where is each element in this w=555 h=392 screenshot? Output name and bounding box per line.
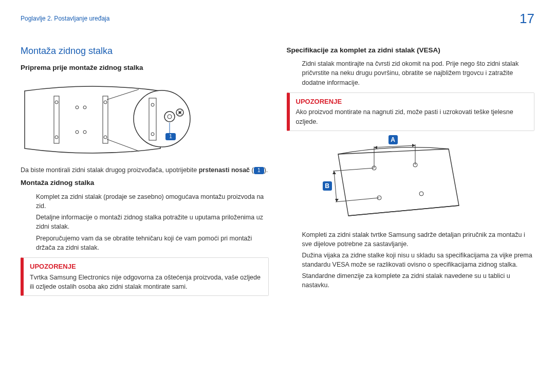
- svg-point-15: [151, 133, 154, 136]
- subsection-montaza: Montaža zidnog stalka: [21, 178, 269, 188]
- right-p3: Dužina vijaka za zidne stalke koji nisu …: [302, 251, 535, 269]
- left-p3: Preporučujemo vam da se obratite tehniča…: [36, 234, 269, 252]
- svg-point-26: [419, 192, 423, 196]
- svg-point-12: [134, 90, 190, 147]
- right-p2: Kompleti za zidni stalak tvrtke Samsung …: [302, 230, 535, 249]
- wall-mount-prep-illustration: [21, 77, 262, 161]
- text-ring-holder: Da biste montirali zidni stalak drugog p…: [21, 165, 269, 175]
- svg-marker-30: [374, 146, 377, 149]
- svg-point-17: [168, 115, 172, 119]
- vesa-illustration: [307, 136, 472, 226]
- warning-body-right: Ako proizvod montirate na nagnuti zid, m…: [296, 107, 528, 126]
- subsection-vesa: Specifikacije za komplet za zidni stalak…: [287, 45, 535, 55]
- svg-point-3: [55, 136, 58, 139]
- section-title: Montaža zidnog stalka: [21, 44, 269, 58]
- svg-point-8: [76, 130, 79, 134]
- svg-point-14: [151, 103, 154, 106]
- svg-point-2: [55, 101, 58, 104]
- svg-line-10: [107, 89, 139, 100]
- warning-box-right: UPOZORENJE Ako proizvod montirate na nag…: [287, 92, 535, 131]
- svg-point-7: [83, 106, 86, 109]
- paren-close: ).: [264, 166, 268, 174]
- warning-title-left: UPOZORENJE: [30, 262, 262, 272]
- left-p2: Detaljne informacije o montaži zidnog st…: [36, 213, 269, 231]
- paren-open: (: [250, 166, 254, 174]
- svg-line-11: [107, 139, 139, 151]
- warning-title-right: UPOZORENJE: [296, 97, 528, 107]
- subsection-priprema: Priprema prije montaže zidnog stalka: [21, 63, 269, 73]
- page-header: Poglavlje 2. Postavljanje uređaja 17: [21, 14, 534, 29]
- svg-point-4: [104, 101, 107, 104]
- inline-callout-1: 1: [254, 167, 264, 174]
- figure-vesa-dimensions: A B: [307, 136, 472, 226]
- vesa-label-b: B: [323, 181, 332, 191]
- vesa-label-a: A: [388, 135, 398, 144]
- manual-page: Poglavlje 2. Postavljanje uređaja 17 Mon…: [0, 0, 555, 392]
- chapter-label: Poglavlje 2. Postavljanje uređaja: [21, 14, 109, 23]
- svg-point-5: [104, 136, 107, 139]
- right-p4: Standardne dimenzije za komplete za zidn…: [302, 271, 535, 290]
- svg-marker-31: [412, 144, 415, 147]
- right-p1: Zidni stalak montirajte na čvrsti zid ok…: [302, 59, 535, 87]
- warning-box-left: UPOZORENJE Tvrtka Samsung Electronics ni…: [21, 257, 269, 296]
- svg-point-6: [76, 106, 79, 109]
- svg-point-9: [83, 130, 86, 134]
- svg-line-34: [334, 171, 337, 202]
- page-number: 17: [520, 9, 534, 29]
- left-column: Montaža zidnog stalka Priprema prije mon…: [21, 44, 269, 301]
- text-bold-ring: prstenasti nosač: [199, 166, 250, 174]
- figure-callout-1: 1: [165, 133, 176, 140]
- text-before: Da biste montirali zidni stalak drugog p…: [21, 166, 199, 174]
- right-column: Specifikacije za komplet za zidni stalak…: [287, 44, 535, 301]
- content-columns: Montaža zidnog stalka Priprema prije mon…: [21, 44, 534, 301]
- figure-wall-mount-prep: 1: [21, 77, 262, 161]
- left-p1: Komplet za zidni stalak (prodaje se zase…: [36, 192, 269, 211]
- svg-marker-35: [332, 171, 336, 174]
- warning-body-left: Tvrtka Samsung Electronics nije odgovorn…: [30, 273, 262, 291]
